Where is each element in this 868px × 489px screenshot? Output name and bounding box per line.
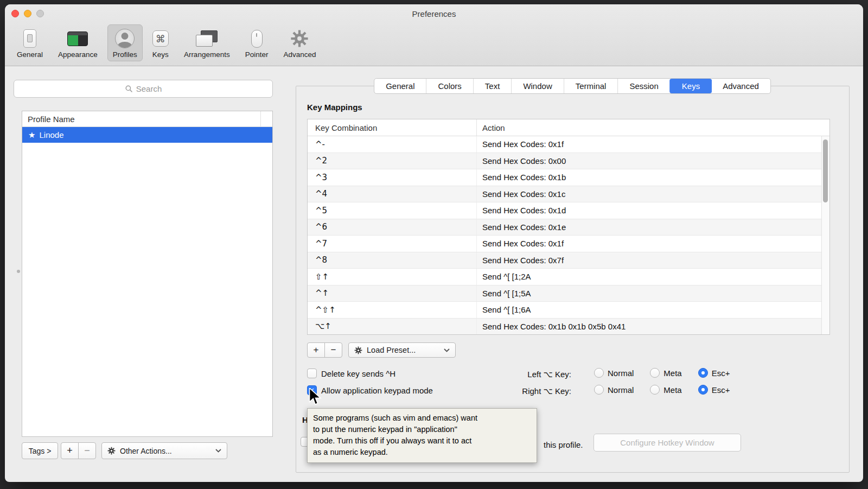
right-option-key-label: Right ⌥ Key:: [507, 386, 571, 396]
keypad-mode-checkbox-row: Allow application keypad mode: [307, 385, 433, 395]
right-meta-radio[interactable]: [650, 385, 660, 395]
toolbar-item-appearance[interactable]: Appearance: [53, 24, 103, 61]
toolbar-item-keys[interactable]: Keys: [147, 24, 174, 61]
gear-icon: [354, 346, 362, 354]
keypad-mode-tooltip: Some programs (such as vim and emacs) wa…: [307, 408, 537, 463]
delete-key-checkbox-row: Delete key sends ^H: [307, 369, 395, 378]
profile-row-linode[interactable]: ★ Linode: [22, 127, 272, 143]
preferences-window: Preferences General Appearance Profiles …: [5, 4, 863, 482]
mouse-cursor: [309, 388, 322, 406]
key-mapping-row[interactable]: ^4Send Hex Codes: 0x1c: [308, 186, 821, 203]
window-chrome: Preferences General Appearance Profiles …: [5, 4, 863, 66]
tab-keys[interactable]: Keys: [669, 79, 712, 93]
key-mappings-heading: Key Mappings: [307, 103, 362, 112]
toolbar-item-arrangements[interactable]: Arrangements: [178, 24, 235, 61]
key-mapping-row[interactable]: ^7Send Hex Codes: 0x1f: [308, 236, 821, 252]
tab-session[interactable]: Session: [617, 79, 669, 93]
key-mapping-row[interactable]: ⇧↑Send ^[ [1;2A: [308, 269, 821, 285]
left-meta-radio[interactable]: [650, 368, 660, 378]
hotkey-text-partial: this profile.: [544, 440, 583, 449]
chevron-down-icon: [444, 348, 450, 352]
close-button[interactable]: [11, 10, 19, 17]
traffic-lights: [11, 10, 44, 17]
toolbar-item-advanced[interactable]: Advanced: [278, 24, 321, 61]
tooltip-line: to put the numeric keypad in "applicatio…: [313, 424, 531, 435]
tooltip-line: Some programs (such as vim and emacs) wa…: [313, 412, 531, 424]
tab-window[interactable]: Window: [511, 79, 563, 93]
profile-list-header: Profile Name: [22, 111, 272, 127]
tab-colors[interactable]: Colors: [426, 79, 473, 93]
tab-text[interactable]: Text: [473, 79, 512, 93]
gear-icon: [290, 29, 309, 48]
toolbar-item-profiles[interactable]: Profiles: [107, 24, 143, 61]
tooltip-line: as a numeric keypad.: [313, 447, 531, 458]
windows-icon: [196, 30, 218, 47]
left-esc-radio[interactable]: [698, 368, 708, 378]
key-mapping-row[interactable]: ^⇧↑Send ^[ [1;6A: [308, 302, 821, 319]
left-option-key-label: Left ⌥ Key:: [507, 370, 571, 379]
other-actions-dropdown[interactable]: Other Actions...: [101, 442, 227, 459]
scrollbar-thumb[interactable]: [823, 139, 828, 202]
add-key-mapping-button[interactable]: +: [307, 342, 325, 358]
right-esc-radio[interactable]: [698, 385, 708, 395]
add-profile-button[interactable]: +: [61, 442, 79, 459]
pane-resize-handle[interactable]: [17, 270, 20, 273]
tab-general[interactable]: General: [374, 79, 426, 93]
profiles-person-icon: [115, 29, 135, 48]
key-mapping-row[interactable]: ^↑Send ^[ [1;5A: [308, 285, 821, 302]
star-icon: ★: [28, 130, 35, 140]
column-action: Action: [477, 123, 829, 132]
remove-profile-button[interactable]: −: [78, 442, 96, 459]
tab-terminal[interactable]: Terminal: [564, 79, 618, 93]
search-input[interactable]: Search: [14, 80, 273, 98]
right-normal-radio[interactable]: [594, 385, 604, 395]
remove-key-mapping-button[interactable]: −: [324, 342, 342, 358]
delete-key-label[interactable]: Delete key sends ^H: [321, 369, 395, 378]
left-normal-radio[interactable]: [594, 368, 604, 378]
key-mapping-row[interactable]: ^3Send Hex Codes: 0x1b: [308, 169, 821, 186]
zoom-button-disabled: [36, 10, 44, 17]
tags-button[interactable]: Tags >: [22, 442, 58, 459]
appearance-icon: [67, 31, 88, 46]
right-option-key-radios: Normal Meta Esc+: [594, 385, 730, 395]
column-key-combination: Key Combination: [308, 119, 477, 136]
toolbar-item-pointer[interactable]: Pointer: [240, 24, 274, 61]
keypad-mode-label[interactable]: Allow application keypad mode: [321, 386, 433, 395]
mouse-icon: [251, 30, 263, 48]
toolbar-item-general[interactable]: General: [11, 24, 48, 61]
table-header: Key Combination Action: [308, 119, 829, 136]
profile-name: Linode: [39, 130, 63, 139]
configure-hotkey-window-button[interactable]: Configure Hotkey Window: [593, 434, 741, 452]
key-mapping-row[interactable]: ^6Send Hex Codes: 0x1e: [308, 219, 821, 236]
window-title: Preferences: [5, 4, 863, 24]
tab-advanced[interactable]: Advanced: [711, 79, 770, 93]
key-mapping-row[interactable]: ^5Send Hex Codes: 0x1d: [308, 202, 821, 219]
preferences-toolbar: General Appearance Profiles Keys Arrange…: [5, 23, 863, 61]
profile-list: Profile Name ★ Linode: [22, 111, 273, 437]
search-placeholder: Search: [136, 84, 162, 93]
load-preset-dropdown[interactable]: Load Preset...: [348, 342, 456, 358]
key-mappings-table: Key Combination Action ^-Send Hex Codes:…: [307, 119, 830, 335]
search-icon: [125, 85, 133, 93]
left-option-key-radios: Normal Meta Esc+: [594, 368, 730, 378]
key-mapping-row[interactable]: ^2Send Hex Codes: 0x00: [308, 153, 821, 170]
chevron-down-icon: [215, 449, 221, 453]
column-divider: [260, 111, 261, 126]
table-scrollbar[interactable]: [821, 136, 829, 334]
titlebar[interactable]: Preferences: [5, 4, 863, 23]
delete-key-checkbox[interactable]: [307, 369, 317, 378]
gear-icon: [107, 447, 116, 455]
tooltip-line: mode. Turn this off if you always want i…: [313, 435, 531, 447]
key-mapping-row[interactable]: ⌥↑Send Hex Codes: 0x1b 0x1b 0x5b 0x41: [308, 319, 821, 335]
key-mapping-row[interactable]: ^-Send Hex Codes: 0x1f: [308, 136, 821, 153]
command-key-icon: [152, 30, 169, 47]
general-icon: [23, 29, 36, 48]
key-mapping-row[interactable]: ^8Send Hex Codes: 0x7f: [308, 252, 821, 269]
table-body: ^-Send Hex Codes: 0x1f ^2Send Hex Codes:…: [308, 136, 821, 334]
profile-tabs: General Colors Text Window Terminal Sess…: [374, 78, 771, 94]
minimize-button[interactable]: [24, 10, 31, 17]
